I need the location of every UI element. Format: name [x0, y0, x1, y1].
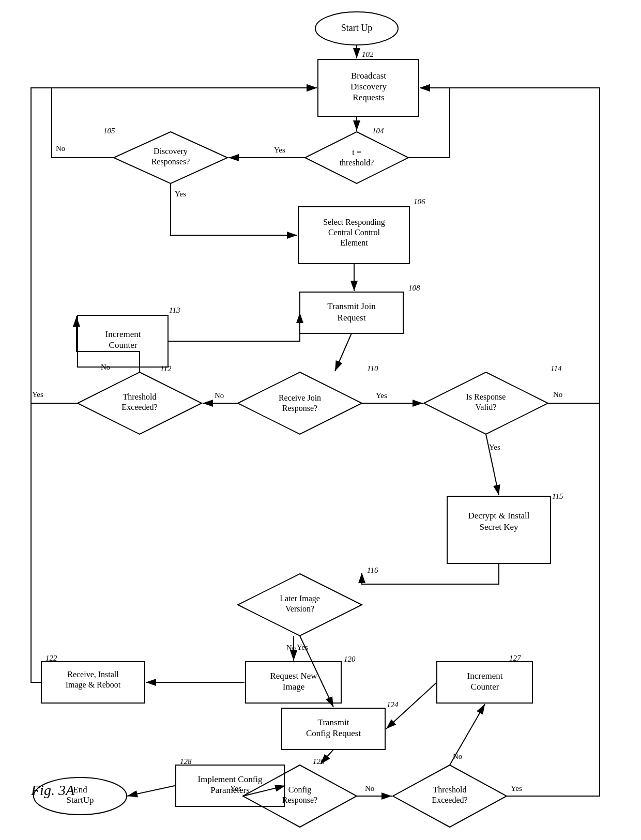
svg-text:102: 102	[362, 50, 374, 58]
svg-text:Exceeded?: Exceeded?	[121, 403, 157, 411]
svg-text:Later Image: Later Image	[280, 594, 320, 603]
svg-text:120: 120	[344, 655, 356, 663]
svg-text:115: 115	[552, 492, 563, 500]
svg-text:Increment: Increment	[467, 671, 503, 681]
svg-text:Config: Config	[288, 785, 311, 795]
svg-text:Discovery: Discovery	[350, 82, 387, 91]
svg-text:Threshold: Threshold	[433, 785, 467, 794]
svg-text:106: 106	[414, 197, 425, 206]
svg-text:Transmit Join: Transmit Join	[327, 301, 376, 311]
svg-text:Request New: Request New	[270, 671, 317, 681]
svg-text:Broadcast: Broadcast	[351, 71, 386, 81]
svg-text:Yes: Yes	[230, 784, 241, 792]
svg-line-94	[127, 786, 175, 796]
svg-text:128: 128	[180, 757, 192, 766]
svg-text:Requests: Requests	[353, 93, 384, 102]
svg-text:Response?: Response?	[282, 404, 317, 413]
svg-text:108: 108	[408, 284, 420, 292]
svg-text:122: 122	[45, 654, 57, 662]
svg-text:Valid?: Valid?	[476, 403, 497, 411]
svg-text:Yes: Yes	[489, 443, 500, 451]
svg-text:Image: Image	[283, 682, 304, 692]
svg-text:Element: Element	[340, 238, 368, 247]
svg-text:127: 127	[509, 654, 522, 662]
svg-text:Central Control: Central Control	[328, 228, 380, 237]
svg-text:No: No	[453, 752, 462, 760]
svg-text:No: No	[286, 644, 296, 652]
svg-text:Implement Config: Implement Config	[197, 774, 263, 784]
svg-text:Counter: Counter	[109, 340, 138, 350]
svg-text:No: No	[101, 363, 110, 371]
svg-text:Config Request: Config Request	[306, 728, 361, 738]
svg-text:Transmit: Transmit	[318, 717, 349, 727]
svg-text:124: 124	[387, 700, 399, 709]
svg-text:Select Responding: Select Responding	[323, 218, 385, 227]
svg-text:No: No	[553, 390, 562, 399]
svg-text:112: 112	[160, 364, 172, 373]
svg-text:105: 105	[103, 127, 115, 135]
svg-text:threshold?: threshold?	[340, 158, 374, 167]
svg-text:Yes: Yes	[175, 190, 186, 198]
svg-line-69	[335, 333, 352, 371]
svg-text:114: 114	[551, 364, 562, 373]
svg-text:Decrypt & Install: Decrypt & Install	[468, 511, 530, 521]
svg-text:Yes: Yes	[511, 784, 522, 792]
flowchart-diagram: Start Up Broadcast Discovery Requests t …	[0, 0, 641, 840]
svg-text:Secret Key: Secret Key	[479, 522, 518, 532]
svg-text:104: 104	[372, 127, 384, 135]
svg-text:126: 126	[313, 757, 325, 766]
svg-text:Receive, Install: Receive, Install	[67, 670, 119, 679]
svg-text:Response?: Response?	[282, 796, 317, 805]
svg-text:Exceeded?: Exceeded?	[432, 796, 467, 804]
svg-marker-23	[238, 372, 362, 434]
svg-text:Request: Request	[338, 313, 366, 323]
svg-text:Version?: Version?	[285, 604, 314, 613]
svg-text:Start Up: Start Up	[341, 23, 373, 33]
svg-text:110: 110	[367, 364, 378, 373]
svg-text:End: End	[73, 785, 87, 795]
svg-text:Counter: Counter	[471, 682, 499, 692]
svg-text:Image & Reboot: Image & Reboot	[66, 680, 121, 690]
svg-text:Yes: Yes	[32, 390, 43, 399]
svg-text:Is Response: Is Response	[466, 392, 506, 402]
figure-label: Fig. 3A	[31, 782, 74, 799]
svg-text:116: 116	[367, 566, 378, 574]
svg-text:Receive Join: Receive Join	[279, 393, 321, 402]
svg-text:Responses?: Responses?	[151, 157, 190, 166]
svg-text:t =: t =	[352, 148, 361, 157]
svg-text:Yes: Yes	[274, 146, 285, 154]
svg-text:Threshold: Threshold	[123, 392, 157, 401]
svg-text:113: 113	[169, 306, 180, 314]
svg-marker-7	[305, 132, 408, 184]
svg-text:Discovery: Discovery	[154, 147, 188, 156]
svg-text:Increment: Increment	[105, 329, 141, 339]
svg-text:Yes: Yes	[376, 391, 387, 400]
svg-text:No: No	[365, 784, 374, 792]
svg-text:No: No	[56, 144, 65, 152]
svg-text:No: No	[215, 391, 224, 400]
